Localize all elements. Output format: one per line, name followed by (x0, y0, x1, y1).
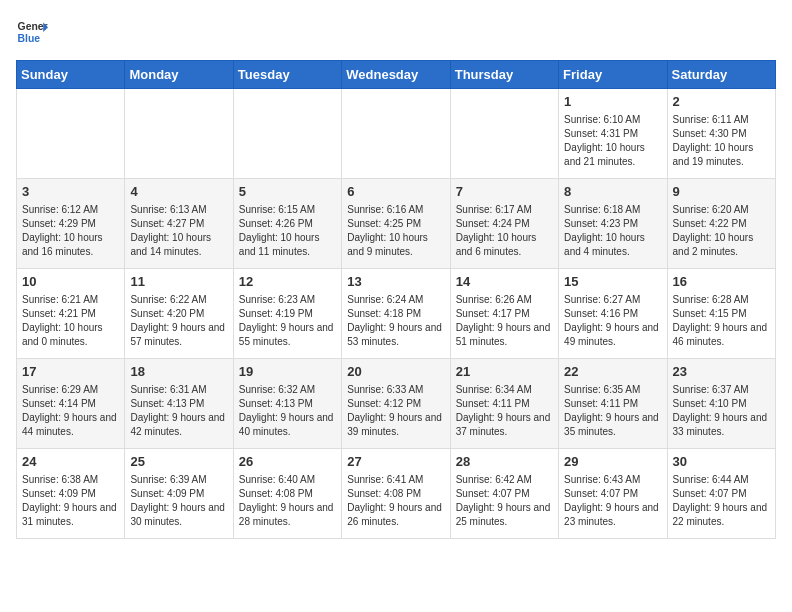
day-info: Sunrise: 6:34 AM Sunset: 4:11 PM Dayligh… (456, 383, 553, 439)
day-cell (17, 89, 125, 179)
day-cell: 7Sunrise: 6:17 AM Sunset: 4:24 PM Daylig… (450, 179, 558, 269)
day-info: Sunrise: 6:38 AM Sunset: 4:09 PM Dayligh… (22, 473, 119, 529)
day-cell: 20Sunrise: 6:33 AM Sunset: 4:12 PM Dayli… (342, 359, 450, 449)
day-info: Sunrise: 6:21 AM Sunset: 4:21 PM Dayligh… (22, 293, 119, 349)
day-number: 28 (456, 453, 553, 471)
day-cell: 13Sunrise: 6:24 AM Sunset: 4:18 PM Dayli… (342, 269, 450, 359)
header-tuesday: Tuesday (233, 61, 341, 89)
day-info: Sunrise: 6:29 AM Sunset: 4:14 PM Dayligh… (22, 383, 119, 439)
day-number: 17 (22, 363, 119, 381)
day-number: 19 (239, 363, 336, 381)
day-info: Sunrise: 6:31 AM Sunset: 4:13 PM Dayligh… (130, 383, 227, 439)
header-wednesday: Wednesday (342, 61, 450, 89)
day-info: Sunrise: 6:20 AM Sunset: 4:22 PM Dayligh… (673, 203, 770, 259)
day-number: 26 (239, 453, 336, 471)
header-friday: Friday (559, 61, 667, 89)
day-info: Sunrise: 6:42 AM Sunset: 4:07 PM Dayligh… (456, 473, 553, 529)
day-info: Sunrise: 6:35 AM Sunset: 4:11 PM Dayligh… (564, 383, 661, 439)
logo: General Blue (16, 16, 48, 48)
day-cell: 18Sunrise: 6:31 AM Sunset: 4:13 PM Dayli… (125, 359, 233, 449)
day-cell: 22Sunrise: 6:35 AM Sunset: 4:11 PM Dayli… (559, 359, 667, 449)
day-info: Sunrise: 6:24 AM Sunset: 4:18 PM Dayligh… (347, 293, 444, 349)
header-thursday: Thursday (450, 61, 558, 89)
day-info: Sunrise: 6:39 AM Sunset: 4:09 PM Dayligh… (130, 473, 227, 529)
day-number: 1 (564, 93, 661, 111)
svg-text:Blue: Blue (18, 33, 41, 44)
day-number: 20 (347, 363, 444, 381)
day-cell: 23Sunrise: 6:37 AM Sunset: 4:10 PM Dayli… (667, 359, 775, 449)
day-info: Sunrise: 6:18 AM Sunset: 4:23 PM Dayligh… (564, 203, 661, 259)
day-cell: 19Sunrise: 6:32 AM Sunset: 4:13 PM Dayli… (233, 359, 341, 449)
day-cell: 16Sunrise: 6:28 AM Sunset: 4:15 PM Dayli… (667, 269, 775, 359)
day-number: 23 (673, 363, 770, 381)
day-info: Sunrise: 6:10 AM Sunset: 4:31 PM Dayligh… (564, 113, 661, 169)
day-cell: 21Sunrise: 6:34 AM Sunset: 4:11 PM Dayli… (450, 359, 558, 449)
day-number: 4 (130, 183, 227, 201)
day-number: 6 (347, 183, 444, 201)
day-info: Sunrise: 6:23 AM Sunset: 4:19 PM Dayligh… (239, 293, 336, 349)
calendar-header-row: SundayMondayTuesdayWednesdayThursdayFrid… (17, 61, 776, 89)
day-info: Sunrise: 6:16 AM Sunset: 4:25 PM Dayligh… (347, 203, 444, 259)
day-number: 8 (564, 183, 661, 201)
day-cell: 15Sunrise: 6:27 AM Sunset: 4:16 PM Dayli… (559, 269, 667, 359)
day-number: 2 (673, 93, 770, 111)
day-info: Sunrise: 6:41 AM Sunset: 4:08 PM Dayligh… (347, 473, 444, 529)
day-cell: 2Sunrise: 6:11 AM Sunset: 4:30 PM Daylig… (667, 89, 775, 179)
day-number: 30 (673, 453, 770, 471)
day-cell: 12Sunrise: 6:23 AM Sunset: 4:19 PM Dayli… (233, 269, 341, 359)
day-number: 7 (456, 183, 553, 201)
day-info: Sunrise: 6:11 AM Sunset: 4:30 PM Dayligh… (673, 113, 770, 169)
day-info: Sunrise: 6:12 AM Sunset: 4:29 PM Dayligh… (22, 203, 119, 259)
day-number: 15 (564, 273, 661, 291)
day-number: 21 (456, 363, 553, 381)
day-cell: 9Sunrise: 6:20 AM Sunset: 4:22 PM Daylig… (667, 179, 775, 269)
day-cell: 25Sunrise: 6:39 AM Sunset: 4:09 PM Dayli… (125, 449, 233, 539)
day-cell: 4Sunrise: 6:13 AM Sunset: 4:27 PM Daylig… (125, 179, 233, 269)
day-number: 18 (130, 363, 227, 381)
day-cell: 8Sunrise: 6:18 AM Sunset: 4:23 PM Daylig… (559, 179, 667, 269)
day-number: 13 (347, 273, 444, 291)
day-cell (233, 89, 341, 179)
day-info: Sunrise: 6:40 AM Sunset: 4:08 PM Dayligh… (239, 473, 336, 529)
day-cell: 3Sunrise: 6:12 AM Sunset: 4:29 PM Daylig… (17, 179, 125, 269)
day-cell: 26Sunrise: 6:40 AM Sunset: 4:08 PM Dayli… (233, 449, 341, 539)
day-cell: 10Sunrise: 6:21 AM Sunset: 4:21 PM Dayli… (17, 269, 125, 359)
day-cell: 29Sunrise: 6:43 AM Sunset: 4:07 PM Dayli… (559, 449, 667, 539)
logo-icon: General Blue (16, 16, 48, 48)
week-row-4: 17Sunrise: 6:29 AM Sunset: 4:14 PM Dayli… (17, 359, 776, 449)
day-cell: 5Sunrise: 6:15 AM Sunset: 4:26 PM Daylig… (233, 179, 341, 269)
week-row-2: 3Sunrise: 6:12 AM Sunset: 4:29 PM Daylig… (17, 179, 776, 269)
day-info: Sunrise: 6:37 AM Sunset: 4:10 PM Dayligh… (673, 383, 770, 439)
page-header: General Blue (16, 16, 776, 48)
day-number: 24 (22, 453, 119, 471)
day-number: 11 (130, 273, 227, 291)
day-info: Sunrise: 6:32 AM Sunset: 4:13 PM Dayligh… (239, 383, 336, 439)
week-row-1: 1Sunrise: 6:10 AM Sunset: 4:31 PM Daylig… (17, 89, 776, 179)
day-info: Sunrise: 6:43 AM Sunset: 4:07 PM Dayligh… (564, 473, 661, 529)
day-number: 12 (239, 273, 336, 291)
day-info: Sunrise: 6:15 AM Sunset: 4:26 PM Dayligh… (239, 203, 336, 259)
day-cell: 1Sunrise: 6:10 AM Sunset: 4:31 PM Daylig… (559, 89, 667, 179)
day-info: Sunrise: 6:44 AM Sunset: 4:07 PM Dayligh… (673, 473, 770, 529)
day-number: 5 (239, 183, 336, 201)
day-info: Sunrise: 6:13 AM Sunset: 4:27 PM Dayligh… (130, 203, 227, 259)
day-number: 9 (673, 183, 770, 201)
day-info: Sunrise: 6:26 AM Sunset: 4:17 PM Dayligh… (456, 293, 553, 349)
day-info: Sunrise: 6:33 AM Sunset: 4:12 PM Dayligh… (347, 383, 444, 439)
header-monday: Monday (125, 61, 233, 89)
day-cell: 30Sunrise: 6:44 AM Sunset: 4:07 PM Dayli… (667, 449, 775, 539)
day-cell: 11Sunrise: 6:22 AM Sunset: 4:20 PM Dayli… (125, 269, 233, 359)
day-number: 27 (347, 453, 444, 471)
header-saturday: Saturday (667, 61, 775, 89)
day-info: Sunrise: 6:27 AM Sunset: 4:16 PM Dayligh… (564, 293, 661, 349)
day-number: 29 (564, 453, 661, 471)
day-cell (342, 89, 450, 179)
day-number: 3 (22, 183, 119, 201)
header-sunday: Sunday (17, 61, 125, 89)
day-info: Sunrise: 6:22 AM Sunset: 4:20 PM Dayligh… (130, 293, 227, 349)
week-row-3: 10Sunrise: 6:21 AM Sunset: 4:21 PM Dayli… (17, 269, 776, 359)
day-number: 10 (22, 273, 119, 291)
day-cell: 17Sunrise: 6:29 AM Sunset: 4:14 PM Dayli… (17, 359, 125, 449)
day-info: Sunrise: 6:28 AM Sunset: 4:15 PM Dayligh… (673, 293, 770, 349)
day-cell (450, 89, 558, 179)
